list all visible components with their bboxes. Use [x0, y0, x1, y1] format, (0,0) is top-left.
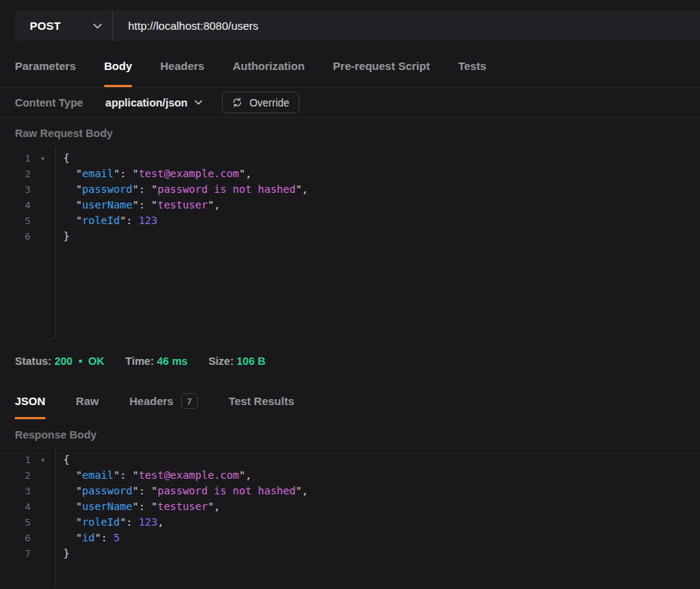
line-number: 6 [0, 532, 31, 544]
time-label: Time: [125, 355, 153, 367]
line-number: 1 [0, 454, 31, 465]
size-value: 106 B [237, 355, 266, 367]
line-number: 5 [0, 517, 31, 528]
chevron-down-icon [93, 23, 102, 29]
status-label: Status: [15, 355, 51, 367]
tab-json[interactable]: JSON [15, 382, 45, 419]
tab-headers-response[interactable]: Headers 7 [130, 382, 198, 419]
editor-gutter: 1▾234567 [0, 448, 56, 586]
override-label: Override [249, 97, 290, 109]
code-line[interactable]: } [63, 229, 700, 244]
method-label: POST [30, 19, 61, 32]
fold-arrow-icon[interactable]: ▾ [31, 456, 55, 464]
code-line[interactable]: "password": "password is not hashed", [63, 483, 700, 499]
response-body-heading: Response Body [0, 419, 700, 448]
url-input[interactable]: http://localhost:8080/users [113, 19, 700, 32]
refresh-icon [232, 97, 243, 108]
chevron-down-icon [194, 100, 203, 105]
editor-gutter: 1▾23456 [0, 147, 56, 339]
line-number: 3 [0, 184, 31, 195]
override-button[interactable]: Override [222, 92, 299, 113]
line-number: 2 [0, 168, 31, 179]
request-url-bar: POST http://localhost:8080/users [15, 10, 700, 41]
code-line[interactable]: { [63, 150, 700, 166]
content-type-row: Content Type application/json Override [0, 88, 700, 118]
request-tabs: Parameters Body Headers Authorization Pr… [0, 41, 700, 88]
line-number: 2 [0, 470, 31, 481]
code-line[interactable]: "roleId": 123, [63, 515, 700, 530]
tab-authorization[interactable]: Authorization [232, 41, 305, 87]
code-line[interactable]: "userName": "testuser", [63, 197, 700, 213]
line-number: 6 [0, 231, 31, 242]
response-tabs: JSON Raw Headers 7 Test Results [0, 382, 700, 419]
tab-raw[interactable]: Raw [76, 382, 99, 419]
code-line[interactable]: "email": "test@example.com", [63, 166, 700, 182]
size-label: Size: [209, 355, 234, 367]
status-code: 200 [54, 355, 72, 367]
line-number: 4 [0, 200, 31, 211]
tab-test-results[interactable]: Test Results [229, 382, 294, 419]
tab-pre-request-script[interactable]: Pre-request Script [333, 41, 430, 87]
fold-arrow-icon[interactable]: ▾ [31, 155, 55, 162]
response-status-bar: Status: 200 • OK Time: 46 ms Size: 106 B [0, 340, 700, 382]
request-body-heading: Raw Request Body [0, 118, 700, 147]
time-value: 46 ms [157, 355, 188, 367]
status-text: OK [89, 355, 105, 367]
code-line[interactable]: "email": "test@example.com", [63, 468, 700, 483]
editor-code-area[interactable]: { "email": "test@example.com", "password… [56, 147, 700, 339]
line-number: 5 [0, 215, 31, 226]
tab-body[interactable]: Body [104, 41, 133, 87]
headers-count-badge: 7 [181, 393, 198, 409]
code-line[interactable]: "id": 5 [63, 530, 700, 546]
line-number: 7 [0, 548, 31, 559]
content-type-label: Content Type [15, 97, 83, 109]
tab-tests[interactable]: Tests [458, 41, 486, 87]
code-line[interactable]: "password": "password is not hashed", [63, 182, 700, 197]
line-number: 3 [0, 485, 31, 497]
code-line[interactable]: { [63, 452, 700, 468]
tab-headers-label: Headers [130, 395, 174, 407]
code-line[interactable]: "userName": "testuser", [63, 499, 700, 515]
request-body-editor[interactable]: 1▾23456{ "email": "test@example.com", "p… [0, 147, 700, 340]
line-number: 1 [0, 153, 31, 164]
tab-headers[interactable]: Headers [160, 41, 204, 87]
code-line[interactable]: } [63, 546, 700, 561]
content-type-select[interactable]: application/json [106, 97, 203, 109]
editor-code-area[interactable]: { "email": "test@example.com", "password… [56, 448, 700, 586]
response-body-editor: 1▾234567{ "email": "test@example.com", "… [0, 448, 700, 586]
line-number: 4 [0, 501, 31, 512]
content-type-value: application/json [106, 97, 188, 109]
code-line[interactable]: "roleId": 123 [63, 213, 700, 229]
tab-parameters[interactable]: Parameters [15, 41, 76, 87]
method-select[interactable]: POST [15, 10, 112, 41]
